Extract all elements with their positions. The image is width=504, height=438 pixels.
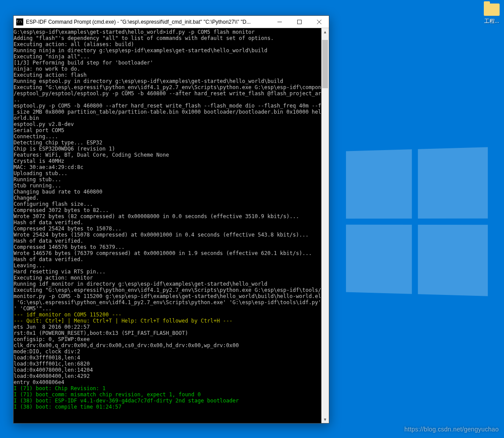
terminal-line: orld.bin	[14, 115, 320, 121]
terminal-line: Crystal is 40MHz	[14, 158, 320, 164]
desktop-folder-icon[interactable]: 工程...	[483, 4, 500, 25]
watermark-text: https://blog.csdn.net/gengyuchao	[404, 426, 499, 433]
terminal-line: Hash of data verified.	[14, 256, 320, 262]
terminal-line: Wrote 3072 bytes (82 compressed) at 0x00…	[14, 213, 320, 219]
terminal-line: Detecting chip type... ESP32	[14, 140, 320, 146]
maximize-button[interactable]	[289, 16, 309, 28]
window-titlebar[interactable]: ESP-IDF Command Prompt (cmd.exe) - "G:\e…	[14, 16, 329, 28]
terminal-line: /esptool_py/esptool/esptool.py -p COM5 -…	[14, 90, 320, 97]
terminal-line: Chip is ESP32D0WDQ6 (revision 1)	[14, 146, 320, 152]
terminal-line: G:\esp\esp-idf\examples\get-started\hell…	[14, 29, 320, 35]
terminal-line: Uploading stub...	[14, 170, 320, 176]
terminal-line: Features: WiFi, BT, Dual Core, Coding Sc…	[14, 152, 320, 158]
terminal-line: ninja: no work to do.	[14, 66, 320, 72]
vertical-scrollbar[interactable]: ▲ ▼	[321, 28, 329, 423]
terminal-line: configsip: 0, SPIWP:0xee	[14, 336, 320, 342]
terminal-line: Executing "ninja all"...	[14, 54, 320, 60]
terminal-line: Configuring flash size...	[14, 201, 320, 207]
scrollbar-track[interactable]	[321, 36, 329, 416]
terminal-line: Changed.	[14, 195, 320, 201]
terminal-output[interactable]: G:\esp\esp-idf\examples\get-started\hell…	[14, 28, 321, 423]
terminal-line: Executing action: flash	[14, 72, 320, 78]
terminal-line: esptool.py v2.8-dev	[14, 121, 320, 127]
close-button[interactable]	[309, 16, 329, 28]
desktop-icon-label: 工程...	[484, 18, 499, 24]
close-icon	[317, 20, 321, 24]
terminal-line: Executing action: monitor	[14, 275, 320, 281]
terminal-line: _size 2MB 0x8000 partition_table/partiti…	[14, 109, 320, 115]
minimize-icon	[277, 20, 282, 24]
terminal-line: load:0x40078000,len:14204	[14, 367, 320, 373]
terminal-line: Hash of data verified.	[14, 238, 320, 244]
terminal-line: ..	[14, 97, 320, 103]
terminal-line: I (38) boot: compile time 01:24:57	[14, 404, 320, 410]
minimize-button[interactable]	[270, 16, 289, 28]
window-title: ESP-IDF Command Prompt (cmd.exe) - "G:\e…	[26, 19, 270, 25]
scroll-down-arrow[interactable]: ▼	[321, 416, 329, 423]
terminal-line: Executing action: all (aliases: build)	[14, 41, 320, 47]
terminal-line: --- idf_monitor on COM5 115200 ---	[14, 312, 320, 318]
cmd-icon	[16, 18, 23, 25]
terminal-line: load:0x3fff0018,len:4	[14, 355, 320, 361]
terminal-line: Wrote 25424 bytes (15078 compressed) at …	[14, 232, 320, 238]
terminal-line: MAC: 30:ae:a4:29:cd:8c	[14, 164, 320, 170]
terminal-line: ets Jun 8 2016 00:22:57	[14, 324, 320, 330]
window-controls	[270, 16, 329, 28]
terminal-line: Compressed 25424 bytes to 15078...	[14, 226, 320, 232]
terminal-line: Compressed 3072 bytes to 82...	[14, 207, 320, 213]
terminal-line: [1/3] Performing build step for 'bootloa…	[14, 60, 320, 66]
terminal-line: Leaving...	[14, 262, 320, 269]
terminal-line: --- Quit: Ctrl+] | Menu: Ctrl+T | Help: …	[14, 318, 320, 324]
terminal-line: Adding "flash"'s dependency "all" to lis…	[14, 35, 320, 41]
svg-rect-1	[297, 20, 301, 24]
terminal-line: esptool.py -p COM5 -b 460800 --after har…	[14, 103, 320, 109]
terminal-line: Running esptool.py in directory g:\esp\e…	[14, 78, 320, 84]
terminal-line: I (71) boot_comm: mismatch chip revision…	[14, 391, 320, 398]
terminal-line: Serial port COM5	[14, 127, 320, 133]
terminal-line: Running ninja in directory g:\esp\esp-id…	[14, 47, 320, 54]
terminal-line: Wrote 146576 bytes (76379 compressed) at…	[14, 250, 320, 256]
terminal-line: load:0x3fff001c,len:6820	[14, 361, 320, 367]
terminal-line: rst:0x1 (POWERON_RESET),boot:0x13 (SPI_F…	[14, 330, 320, 336]
terminal-line: mode:DIO, clock div:2	[14, 348, 320, 355]
terminal-line: Executing "G:\esp\.espressif\python_env\…	[14, 84, 320, 90]
terminal-line: Executing "G:\esp\.espressif\python_env\…	[14, 287, 320, 293]
terminal-line: Running idf_monitor in directory g:\esp\…	[14, 281, 320, 287]
terminal-line: I (71) boot: Chip Revision: 1	[14, 385, 320, 391]
terminal-line: load:0x40080400,len:4292	[14, 373, 320, 379]
terminal-line: Stub running...	[14, 183, 320, 189]
windows-logo	[346, 147, 488, 296]
scroll-up-arrow[interactable]: ▲	[321, 28, 329, 36]
maximize-icon	[297, 20, 302, 24]
terminal-line: Hash of data verified.	[14, 219, 320, 226]
terminal-line: Compressed 146576 bytes to 76379...	[14, 244, 320, 250]
terminal-line: I (38) boot: ESP-IDF v4.1-dev-369-g4dac7…	[14, 398, 320, 404]
terminal-line: Connecting....	[14, 133, 320, 140]
terminal-line: clk_drv:0x00,q_drv:0x00,d_drv:0x00,cs0_d…	[14, 342, 320, 348]
terminal-line: Changing baud rate to 460800	[14, 189, 320, 195]
terminal-line: monitor.py -p COM5 -b 115200 g:\esp\esp-…	[14, 293, 320, 299]
scrollbar-thumb[interactable]	[322, 40, 328, 88]
terminal-line: ' 'COM5'"...	[14, 305, 320, 312]
terminal-line: entry 0x400806e4	[14, 379, 320, 385]
terminal-line: Running stub...	[14, 176, 320, 183]
terminal-line: 'G:\esp\.espressif\python_env\idf4.1_py2…	[14, 299, 320, 305]
command-prompt-window: ESP-IDF Command Prompt (cmd.exe) - "G:\e…	[13, 15, 329, 424]
terminal-line: Hard resetting via RTS pin...	[14, 269, 320, 275]
